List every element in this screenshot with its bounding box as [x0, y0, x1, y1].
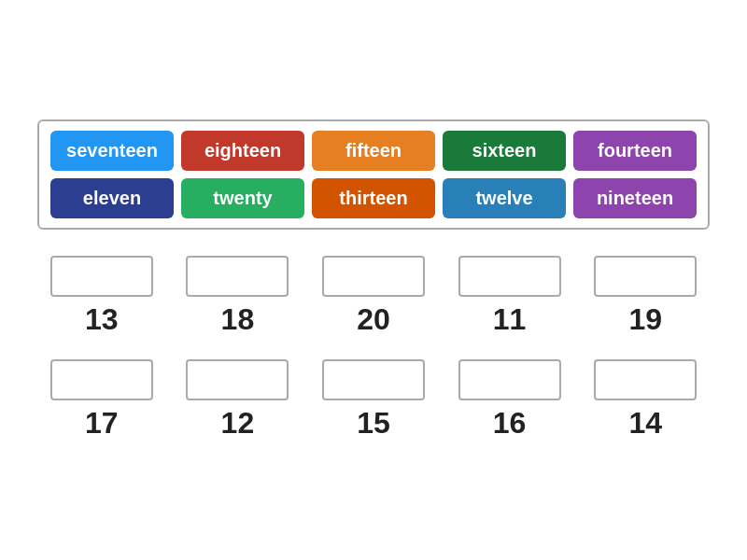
number-17: 17 [85, 406, 119, 441]
drop-box-13[interactable] [50, 256, 153, 297]
number-13: 13 [85, 302, 119, 337]
match-section: 13 18 20 11 19 17 12 15 [37, 256, 710, 441]
word-tile-twelve[interactable]: twelve [443, 178, 566, 218]
number-14: 14 [628, 406, 662, 441]
match-item-17: 17 [37, 359, 166, 441]
match-row-1: 13 18 20 11 19 [37, 256, 710, 337]
match-item-18: 18 [174, 256, 303, 337]
number-16: 16 [493, 406, 527, 441]
drop-box-12[interactable] [186, 359, 289, 400]
word-tile-twenty[interactable]: twenty [181, 178, 304, 218]
drop-box-18[interactable] [186, 256, 289, 297]
number-20: 20 [357, 302, 390, 337]
drop-box-15[interactable] [322, 359, 425, 400]
match-item-11: 11 [445, 256, 574, 337]
drop-box-19[interactable] [594, 256, 697, 297]
word-bank: seventeen eighteen fifteen sixteen fourt… [37, 119, 710, 230]
match-item-14: 14 [581, 359, 710, 441]
word-tile-fourteen[interactable]: fourteen [573, 131, 697, 171]
drop-box-17[interactable] [50, 359, 153, 400]
match-item-15: 15 [309, 359, 438, 441]
drop-box-16[interactable] [458, 359, 561, 400]
match-item-19: 19 [581, 256, 710, 337]
number-15: 15 [357, 406, 390, 441]
number-18: 18 [221, 302, 255, 337]
word-tile-thirteen[interactable]: thirteen [312, 178, 435, 218]
match-item-13: 13 [37, 256, 166, 337]
match-item-20: 20 [309, 256, 438, 337]
word-tile-nineteen[interactable]: nineteen [573, 178, 697, 218]
word-tile-fifteen[interactable]: fifteen [312, 131, 435, 171]
number-19: 19 [628, 302, 662, 337]
match-item-16: 16 [445, 359, 574, 441]
word-tile-eleven[interactable]: eleven [50, 178, 174, 218]
number-12: 12 [221, 406, 255, 441]
drop-box-14[interactable] [594, 359, 697, 400]
match-row-2: 17 12 15 16 14 [37, 359, 710, 441]
word-tile-eighteen[interactable]: eighteen [181, 131, 304, 171]
match-item-12: 12 [174, 359, 303, 441]
drop-box-11[interactable] [458, 256, 561, 297]
word-tile-sixteen[interactable]: sixteen [443, 131, 566, 171]
number-11: 11 [493, 302, 527, 337]
drop-box-20[interactable] [322, 256, 425, 297]
word-tile-seventeen[interactable]: seventeen [50, 131, 174, 171]
